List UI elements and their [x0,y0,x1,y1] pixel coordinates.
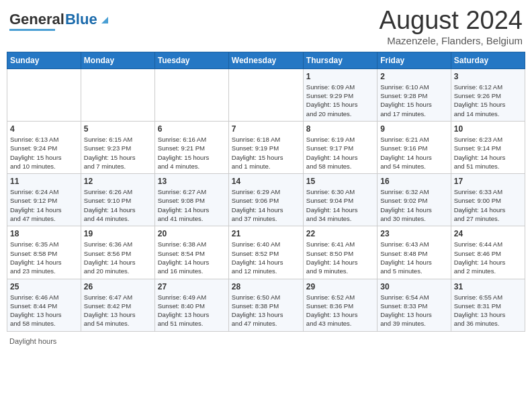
calendar-cell: 16Sunrise: 6:32 AM Sunset: 9:02 PM Dayli… [378,174,451,226]
day-info: Sunrise: 6:33 AM Sunset: 9:00 PM Dayligh… [454,187,522,223]
day-number: 6 [158,124,226,134]
day-header-thursday: Thursday [303,52,377,68]
footer: Daylight hours [7,337,525,345]
logo-blue: Blue [65,11,97,28]
day-info: Sunrise: 6:30 AM Sunset: 9:04 PM Dayligh… [306,187,374,223]
day-number: 3 [454,72,522,81]
day-number: 15 [306,177,374,186]
day-info: Sunrise: 6:26 AM Sunset: 9:10 PM Dayligh… [84,187,152,223]
calendar-cell [228,68,303,121]
calendar-cell: 5Sunrise: 6:15 AM Sunset: 9:23 PM Daylig… [81,121,154,173]
day-info: Sunrise: 6:24 AM Sunset: 9:12 PM Dayligh… [10,187,78,223]
calendar-cell: 12Sunrise: 6:26 AM Sunset: 9:10 PM Dayli… [81,174,154,226]
calendar-cell: 22Sunrise: 6:41 AM Sunset: 8:50 PM Dayli… [303,226,377,279]
day-number: 24 [454,229,522,238]
day-number: 20 [158,229,226,238]
day-info: Sunrise: 6:40 AM Sunset: 8:52 PM Dayligh… [232,240,300,275]
calendar-cell: 26Sunrise: 6:47 AM Sunset: 8:42 PM Dayli… [81,279,154,331]
day-header-sunday: Sunday [7,52,81,68]
day-info: Sunrise: 6:55 AM Sunset: 8:31 PM Dayligh… [454,293,522,328]
day-number: 31 [454,282,522,291]
calendar-cell: 13Sunrise: 6:27 AM Sunset: 9:08 PM Dayli… [154,174,228,226]
month-title: August 2024 [380,7,523,35]
day-info: Sunrise: 6:09 AM Sunset: 9:29 PM Dayligh… [306,83,374,118]
day-info: Sunrise: 6:41 AM Sunset: 8:50 PM Dayligh… [306,240,374,275]
day-number: 8 [306,124,374,134]
day-info: Sunrise: 6:27 AM Sunset: 9:08 PM Dayligh… [158,187,226,223]
day-info: Sunrise: 6:52 AM Sunset: 8:36 PM Dayligh… [306,293,374,328]
day-number: 9 [380,124,447,134]
day-info: Sunrise: 6:35 AM Sunset: 8:58 PM Dayligh… [10,240,78,275]
calendar-cell: 10Sunrise: 6:23 AM Sunset: 9:14 PM Dayli… [451,121,525,173]
logo-general: General [9,11,64,28]
day-info: Sunrise: 6:32 AM Sunset: 9:02 PM Dayligh… [380,187,447,223]
logo-underline [9,29,55,31]
day-info: Sunrise: 6:19 AM Sunset: 9:17 PM Dayligh… [306,135,374,171]
day-number: 29 [306,282,374,291]
day-number: 16 [380,177,447,186]
day-info: Sunrise: 6:23 AM Sunset: 9:14 PM Dayligh… [454,135,522,171]
day-info: Sunrise: 6:13 AM Sunset: 9:24 PM Dayligh… [10,135,78,171]
calendar-cell: 6Sunrise: 6:16 AM Sunset: 9:21 PM Daylig… [154,121,228,173]
calendar-cell: 4Sunrise: 6:13 AM Sunset: 9:24 PM Daylig… [7,121,81,173]
day-info: Sunrise: 6:47 AM Sunset: 8:42 PM Dayligh… [84,293,152,328]
day-number: 14 [232,177,300,186]
day-number: 17 [454,177,522,186]
calendar-cell: 14Sunrise: 6:29 AM Sunset: 9:06 PM Dayli… [228,174,303,226]
day-number: 22 [306,229,374,238]
day-number: 28 [232,282,300,291]
calendar-cell: 27Sunrise: 6:49 AM Sunset: 8:40 PM Dayli… [154,279,228,331]
day-header-monday: Monday [81,52,154,68]
day-info: Sunrise: 6:49 AM Sunset: 8:40 PM Dayligh… [158,293,226,328]
calendar-cell: 25Sunrise: 6:46 AM Sunset: 8:44 PM Dayli… [7,279,81,331]
calendar-cell: 19Sunrise: 6:36 AM Sunset: 8:56 PM Dayli… [81,226,154,279]
day-info: Sunrise: 6:16 AM Sunset: 9:21 PM Dayligh… [158,135,226,171]
day-number: 21 [232,229,300,238]
day-number: 11 [10,177,78,186]
day-info: Sunrise: 6:38 AM Sunset: 8:54 PM Dayligh… [158,240,226,275]
day-number: 1 [306,72,374,81]
day-header-saturday: Saturday [451,52,525,68]
day-info: Sunrise: 6:18 AM Sunset: 9:19 PM Dayligh… [232,135,300,171]
day-number: 7 [232,124,300,134]
day-info: Sunrise: 6:36 AM Sunset: 8:56 PM Dayligh… [84,240,152,275]
calendar-cell: 21Sunrise: 6:40 AM Sunset: 8:52 PM Dayli… [228,226,303,279]
day-header-friday: Friday [378,52,451,68]
logo-arrow-icon [99,14,111,26]
day-number: 18 [10,229,78,238]
day-info: Sunrise: 6:46 AM Sunset: 8:44 PM Dayligh… [10,293,78,328]
calendar-cell: 18Sunrise: 6:35 AM Sunset: 8:58 PM Dayli… [7,226,81,279]
calendar-cell: 9Sunrise: 6:21 AM Sunset: 9:16 PM Daylig… [378,121,451,173]
calendar-cell [154,68,228,121]
day-number: 2 [380,72,447,81]
footer-text: Daylight hours [9,337,56,345]
day-header-tuesday: Tuesday [154,52,228,68]
day-number: 5 [84,124,152,134]
page-header: General Blue August 2024 Mazenzele, Flan… [7,7,525,46]
subtitle: Mazenzele, Flanders, Belgium [380,35,523,46]
day-info: Sunrise: 6:43 AM Sunset: 8:48 PM Dayligh… [380,240,447,275]
day-info: Sunrise: 6:10 AM Sunset: 9:28 PM Dayligh… [380,83,447,118]
calendar-cell: 17Sunrise: 6:33 AM Sunset: 9:00 PM Dayli… [451,174,525,226]
day-number: 25 [10,282,78,291]
svg-marker-0 [101,17,108,24]
day-info: Sunrise: 6:29 AM Sunset: 9:06 PM Dayligh… [232,187,300,223]
day-number: 10 [454,124,522,134]
day-info: Sunrise: 6:21 AM Sunset: 9:16 PM Dayligh… [380,135,447,171]
calendar-cell: 2Sunrise: 6:10 AM Sunset: 9:28 PM Daylig… [378,68,451,121]
day-number: 19 [84,229,152,238]
day-number: 13 [158,177,226,186]
title-block: August 2024 Mazenzele, Flanders, Belgium [380,7,523,46]
calendar-cell: 1Sunrise: 6:09 AM Sunset: 9:29 PM Daylig… [303,68,377,121]
day-number: 23 [380,229,447,238]
calendar-cell: 7Sunrise: 6:18 AM Sunset: 9:19 PM Daylig… [228,121,303,173]
calendar-cell: 24Sunrise: 6:44 AM Sunset: 8:46 PM Dayli… [451,226,525,279]
day-header-wednesday: Wednesday [228,52,303,68]
day-info: Sunrise: 6:12 AM Sunset: 9:26 PM Dayligh… [454,83,522,118]
day-info: Sunrise: 6:50 AM Sunset: 8:38 PM Dayligh… [232,293,300,328]
calendar-cell [81,68,154,121]
day-info: Sunrise: 6:54 AM Sunset: 8:33 PM Dayligh… [380,293,447,328]
day-number: 26 [84,282,152,291]
calendar-cell: 20Sunrise: 6:38 AM Sunset: 8:54 PM Dayli… [154,226,228,279]
calendar-cell: 3Sunrise: 6:12 AM Sunset: 9:26 PM Daylig… [451,68,525,121]
